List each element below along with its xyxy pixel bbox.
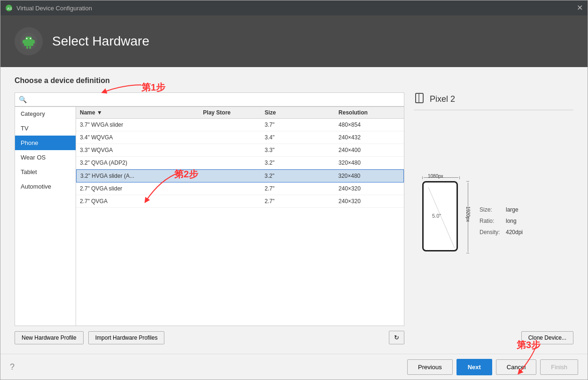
dim-top-label: 1080px <box>428 174 443 179</box>
import-hardware-profiles-button[interactable]: Import Hardware Profiles <box>88 331 165 344</box>
svg-rect-8 <box>33 40 35 44</box>
phone-size-label: 5.0" <box>432 213 441 219</box>
ratio-label: Ratio: <box>480 215 503 227</box>
header-icon-circle <box>15 27 43 55</box>
device-preview-body: 1080px 5.0" <box>414 115 573 327</box>
device-size-cell: 2.7" <box>264 185 338 192</box>
title-bar-title: Virtual Device Configuration <box>16 5 92 12</box>
device-playstore-cell <box>203 122 264 128</box>
previous-button[interactable]: Previous <box>407 359 453 375</box>
col-resolution-header: Resolution <box>339 109 400 116</box>
device-name-cell: 3.2" HVGA slider (A... <box>80 173 203 179</box>
device-specs: Size: large Ratio: long Density: 420dpi <box>480 204 523 238</box>
footer: ? Previous Next Cancel Finish 第3步 <box>0 354 588 380</box>
table-row-selected[interactable]: 3.2" HVGA slider (A... 3.2" 320×480 <box>76 169 404 182</box>
search-icon: 🔍 <box>19 96 27 103</box>
device-name-cell: 3.7" WVGA slider <box>80 122 203 128</box>
finish-button[interactable]: Finish <box>540 359 578 375</box>
main-content: Choose a device definition 🔍 Category TV… <box>0 67 588 354</box>
svg-rect-11 <box>416 93 423 103</box>
device-name-cell: 3.2" QVGA (ADP2) <box>80 160 203 166</box>
title-bar: AS Virtual Device Configuration ✕ <box>0 0 588 15</box>
clone-device-button[interactable]: Clone Device... <box>521 331 573 344</box>
sidebar-item-automotive[interactable]: Automotive <box>15 179 76 194</box>
device-preview-name: Pixel 2 <box>430 94 455 104</box>
category-item-header: Category <box>15 107 76 121</box>
table-header: Name ▼ Play Store Size Resolution <box>76 107 404 119</box>
svg-rect-9 <box>26 46 28 49</box>
col-playstore-header: Play Store <box>203 109 264 116</box>
device-playstore-cell <box>203 160 264 166</box>
phone-diagram: 1080px 5.0" <box>414 172 470 270</box>
spec-density-row: Density: 420dpi <box>480 227 523 238</box>
sidebar-item-phone[interactable]: Phone <box>15 136 76 150</box>
size-value: large <box>506 204 518 215</box>
device-playstore-cell <box>203 134 264 141</box>
svg-point-5 <box>26 38 28 39</box>
device-preview-header: Pixel 2 <box>414 92 573 110</box>
cancel-button[interactable]: Cancel <box>496 359 536 375</box>
spec-ratio-row: Ratio: long <box>480 215 523 227</box>
device-resolution-cell: 320×480 <box>338 173 400 179</box>
col-size-header: Size <box>264 109 338 116</box>
table-row[interactable]: 3.7" WVGA slider 3.7" 480×854 <box>76 119 404 131</box>
device-playstore-cell <box>203 185 264 192</box>
device-resolution-cell: 240×320 <box>339 185 400 192</box>
refresh-button[interactable]: ↻ <box>389 331 404 344</box>
dim-right-label: 1920px <box>465 206 471 222</box>
svg-text:AS: AS <box>7 7 12 11</box>
spec-size-row: Size: large <box>480 204 523 215</box>
table-row[interactable]: 2.7" QVGA 2.7" 240×320 <box>76 195 404 208</box>
table-row[interactable]: 3.3" WQVGA 3.3" 240×400 <box>76 144 404 157</box>
svg-point-6 <box>30 38 31 39</box>
device-size-cell: 2.7" <box>264 198 338 205</box>
header: Select Hardware <box>0 15 588 67</box>
density-value: 420dpi <box>506 227 523 238</box>
device-resolution-cell: 480×854 <box>339 122 400 128</box>
section-title: Choose a device definition <box>15 76 573 85</box>
right-panel: Pixel 2 1080px <box>414 92 573 344</box>
bottom-buttons: New Hardware Profile Import Hardware Pro… <box>15 331 404 344</box>
android-icon <box>19 32 38 51</box>
next-button[interactable]: Next <box>456 359 492 375</box>
svg-rect-12 <box>416 93 419 103</box>
new-hardware-profile-button[interactable]: New Hardware Profile <box>15 331 84 344</box>
device-resolution-cell: 320×480 <box>339 160 400 166</box>
col-name-header: Name ▼ <box>80 109 203 116</box>
sidebar-item-wear-os[interactable]: Wear OS <box>15 150 76 165</box>
device-playstore-cell <box>203 198 264 205</box>
device-size-cell: 3.4" <box>264 134 338 141</box>
device-name-cell: 2.7" QVGA slider <box>80 185 203 192</box>
size-label: Size: <box>480 204 503 215</box>
main-area: 🔍 Category TV Phone Wear OS Tablet Autom… <box>15 92 573 344</box>
device-table-container: Category TV Phone Wear OS Tablet Automot… <box>15 106 404 326</box>
device-name-cell: 2.7" QVGA <box>80 198 203 205</box>
device-playstore-cell <box>203 173 265 179</box>
android-studio-icon: AS <box>5 4 13 12</box>
table-row[interactable]: 3.4" WQVGA 3.4" 240×432 <box>76 131 404 144</box>
sidebar-item-tablet[interactable]: Tablet <box>15 165 76 179</box>
footer-right: Previous Next Cancel Finish <box>407 359 578 375</box>
device-size-cell: 3.2" <box>264 173 338 179</box>
device-size-cell: 3.2" <box>264 160 338 166</box>
svg-rect-7 <box>23 40 24 44</box>
device-size-cell: 3.3" <box>264 147 338 153</box>
search-bar: 🔍 <box>15 92 404 106</box>
svg-rect-3 <box>24 39 33 46</box>
table-row[interactable]: 3.2" QVGA (ADP2) 3.2" 320×480 <box>76 157 404 169</box>
title-bar-left: AS Virtual Device Configuration <box>5 4 92 12</box>
main-window: AS Virtual Device Configuration ✕ Select… <box>0 0 588 380</box>
device-resolution-cell: 240×320 <box>339 198 400 205</box>
device-name-cell: 3.4" WQVGA <box>80 134 203 141</box>
device-icon <box>414 92 425 106</box>
svg-rect-10 <box>29 46 31 49</box>
device-rows: 3.7" WVGA slider 3.7" 480×854 3.4" WQVGA… <box>76 119 404 326</box>
table-row[interactable]: 2.7" QVGA slider 2.7" 240×320 <box>76 182 404 195</box>
device-size-cell: 3.7" <box>264 122 338 128</box>
page-title: Select Hardware <box>52 34 149 49</box>
search-input[interactable] <box>30 96 400 103</box>
close-button[interactable]: ✕ <box>577 4 583 12</box>
left-panel: 🔍 Category TV Phone Wear OS Tablet Autom… <box>15 92 404 344</box>
help-button[interactable]: ? <box>10 362 15 372</box>
sidebar-item-tv[interactable]: TV <box>15 121 76 136</box>
